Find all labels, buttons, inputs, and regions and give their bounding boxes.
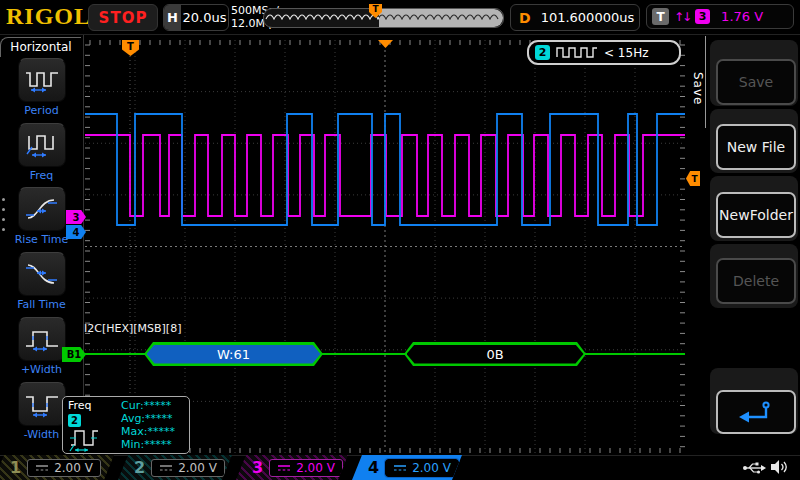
counter-readouts: Cur:***** Avg:***** Max:***** Min:***** — [121, 399, 175, 451]
dc-coupling-icon — [159, 463, 173, 473]
back-button[interactable] — [716, 390, 796, 434]
i2c-packet-data: 0B — [404, 342, 586, 366]
speaker-icon — [770, 459, 788, 475]
return-arrow-icon — [736, 399, 776, 425]
graticule-grid — [85, 40, 685, 453]
dc-coupling-icon — [277, 463, 291, 473]
new-folder-button[interactable]: NewFolder — [716, 192, 796, 238]
dc-coupling-icon — [393, 463, 407, 473]
channel1-status[interactable]: 1 2.00 V — [0, 455, 114, 480]
new-file-button[interactable]: New File — [716, 124, 796, 170]
freq-badge-value: < 15Hz — [604, 46, 648, 60]
channel2-status[interactable]: 2 2.00 V — [118, 455, 232, 480]
counter-channel-badge: 2 — [68, 414, 81, 427]
save-menu-frame — [705, 36, 706, 128]
delete-button: Delete — [716, 258, 796, 304]
decode-format-label: I2C[HEX][MSB][8] — [84, 322, 181, 335]
save-button: Save — [716, 59, 796, 105]
frequency-counter-panel: Freq 2 Cur:***** Avg:***** Max:***** Min… — [62, 396, 190, 454]
i2c-packet-address: W:61 — [144, 342, 323, 366]
save-menu-tab: Save — [689, 72, 705, 105]
ch4-sda-trace — [85, 114, 685, 225]
dc-coupling-icon — [35, 463, 49, 473]
usb-icon — [742, 460, 766, 475]
channel3-status[interactable]: 3 2.00 V — [236, 455, 348, 480]
counter-title: Freq — [68, 399, 92, 412]
oscilloscope-screen: RIGOL STOP H 20.0us 500MSa/s 12.0M pts T… — [0, 0, 800, 480]
counter-wave-icon — [66, 427, 106, 453]
frequency-badge: 2 < 15Hz — [527, 40, 681, 65]
freq-badge-channel: 2 — [535, 45, 550, 60]
square-wave-icon — [556, 46, 598, 59]
channel4-status[interactable]: 4 2.00 V — [352, 455, 462, 480]
